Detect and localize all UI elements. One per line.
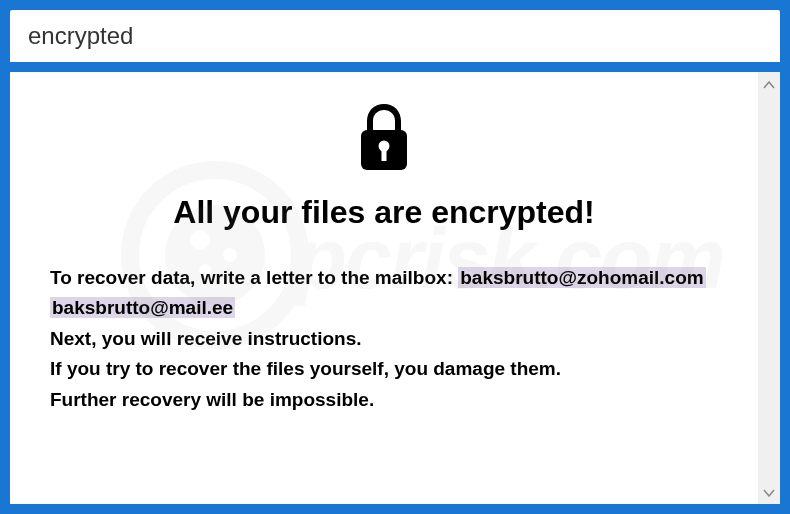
ransom-note-window: encrypted All your files are encrypted! …	[10, 10, 780, 504]
vertical-scrollbar[interactable]	[758, 72, 780, 504]
warning-line-1: If you try to recover the files yourself…	[50, 354, 718, 384]
content-wrapper: All your files are encrypted! To recover…	[10, 72, 780, 504]
window-titlebar: encrypted	[10, 10, 780, 62]
email-2: baksbrutto@mail.ee	[50, 297, 235, 318]
line1-prefix: To recover data, write a letter to the m…	[50, 267, 458, 288]
scroll-up-arrow[interactable]	[763, 76, 775, 92]
svg-rect-2	[382, 148, 387, 161]
body-text: To recover data, write a letter to the m…	[50, 263, 718, 415]
recovery-line-1: To recover data, write a letter to the m…	[50, 263, 718, 293]
scroll-down-arrow[interactable]	[763, 484, 775, 500]
lock-icon	[355, 102, 413, 176]
warning-line-2: Further recovery will be impossible.	[50, 385, 718, 415]
email-2-line: baksbrutto@mail.ee	[50, 293, 718, 323]
email-1: baksbrutto@zohomail.com	[458, 267, 705, 288]
main-heading: All your files are encrypted!	[173, 194, 594, 231]
window-title: encrypted	[28, 22, 133, 49]
instructions-line: Next, you will receive instructions.	[50, 324, 718, 354]
content-area: All your files are encrypted! To recover…	[10, 72, 758, 504]
